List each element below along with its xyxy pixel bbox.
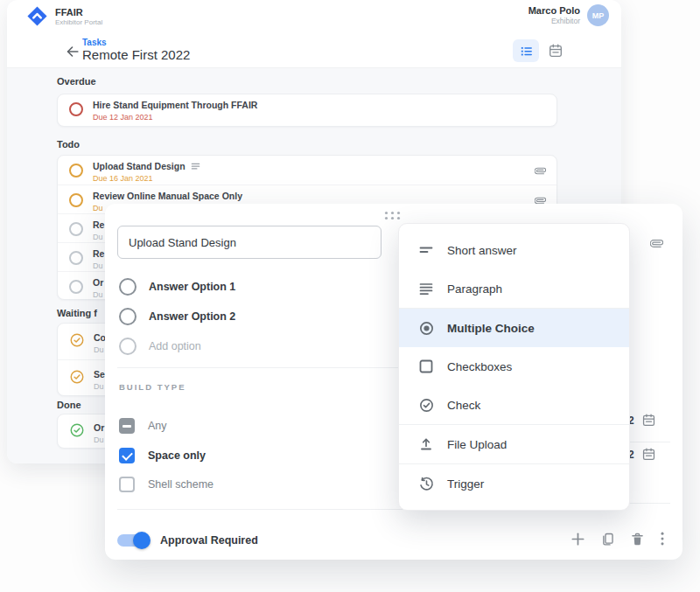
menu-item-label: Paragraph bbox=[447, 282, 502, 296]
checkbox-icon bbox=[418, 359, 434, 374]
back-button[interactable] bbox=[65, 44, 80, 59]
paperclip-icon[interactable] bbox=[535, 165, 546, 177]
brand-name: FFAIR bbox=[55, 7, 102, 17]
menu-item-label: File Upload bbox=[447, 438, 507, 451]
check-circle-icon bbox=[418, 397, 435, 414]
build-option-shell-scheme[interactable]: Shell scheme bbox=[119, 476, 214, 493]
notes-icon bbox=[191, 162, 200, 171]
build-option-space-only[interactable]: Space only bbox=[119, 447, 206, 464]
short-answer-icon bbox=[418, 242, 434, 258]
page-title: Remote First 2022 bbox=[82, 47, 190, 62]
checkbox-indeterminate-icon[interactable] bbox=[119, 418, 135, 434]
answer-option-label: Answer Option 2 bbox=[149, 310, 235, 323]
paragraph-icon bbox=[418, 281, 434, 296]
trash-icon[interactable] bbox=[630, 532, 645, 547]
drag-handle-icon[interactable] bbox=[383, 210, 402, 221]
status-ring-icon bbox=[69, 251, 83, 265]
menu-item-check[interactable]: Check bbox=[399, 386, 629, 424]
menu-item-label: Multiple Choice bbox=[447, 322, 535, 335]
status-ring-icon bbox=[69, 164, 83, 178]
user-name: Marco Polo bbox=[528, 5, 580, 16]
status-ring-icon bbox=[69, 280, 83, 294]
radio-icon[interactable] bbox=[119, 278, 136, 296]
add-option-label: Add option bbox=[149, 340, 201, 352]
list-view-icon bbox=[519, 44, 534, 59]
question-title-input[interactable] bbox=[117, 226, 382, 259]
status-ring-icon bbox=[69, 222, 83, 236]
task-title: Co bbox=[94, 332, 106, 343]
task-title: Re bbox=[93, 248, 104, 259]
task-row[interactable]: Upload Stand Design Due 16 Jan 2021 bbox=[58, 156, 556, 185]
radio-icon bbox=[119, 338, 136, 355]
answer-option-label: Answer Option 1 bbox=[149, 281, 235, 293]
task-title: Re bbox=[93, 219, 104, 230]
add-option-row[interactable]: Add option bbox=[119, 337, 201, 356]
task-row[interactable]: Hire Stand Equipment Through FFAIR Due 1… bbox=[58, 94, 556, 122]
add-question-icon[interactable] bbox=[570, 532, 585, 547]
task-title: Se bbox=[94, 369, 105, 380]
build-option-label: Any bbox=[148, 420, 167, 432]
task-due: Due 16 Jan 2021 bbox=[93, 174, 535, 183]
radio-selected-icon bbox=[418, 320, 435, 337]
duplicate-icon[interactable] bbox=[600, 532, 615, 547]
app-topbar: FFAIR Exhibitor Portal Marco Polo Exhibi… bbox=[7, 0, 621, 33]
calendar-icon[interactable] bbox=[641, 447, 656, 462]
user-menu[interactable]: Marco Polo Exhibitor MP bbox=[528, 4, 609, 26]
check-circle-icon bbox=[69, 369, 85, 385]
task-title: Upload Stand Design bbox=[93, 161, 186, 171]
menu-item-file-upload[interactable]: File Upload bbox=[399, 425, 629, 463]
menu-item-short-answer[interactable]: Short answer bbox=[399, 231, 629, 269]
task-title: Review Online Manual Space Only bbox=[93, 191, 242, 201]
check-circle-icon bbox=[69, 422, 85, 438]
date-field[interactable]: 2 bbox=[628, 447, 656, 462]
page-header: Tasks Remote First 2022 bbox=[7, 33, 621, 68]
check-circle-icon bbox=[69, 332, 85, 348]
calendar-icon bbox=[548, 43, 564, 59]
menu-item-paragraph[interactable]: Paragraph bbox=[399, 269, 629, 308]
task-due: Due 12 Jan 2021 bbox=[93, 113, 546, 122]
menu-item-label: Check bbox=[447, 399, 480, 412]
menu-item-label: Short answer bbox=[447, 244, 517, 257]
ffair-logo-icon bbox=[26, 5, 48, 27]
build-option-label: Space only bbox=[148, 449, 206, 462]
question-actions bbox=[570, 531, 665, 547]
avatar[interactable]: MP bbox=[587, 4, 609, 26]
checkbox-checked-icon[interactable] bbox=[119, 448, 135, 463]
radio-icon[interactable] bbox=[119, 308, 136, 325]
status-ring-icon bbox=[69, 193, 83, 207]
menu-item-label: Checkboxes bbox=[447, 360, 512, 373]
user-role: Exhibitor bbox=[528, 17, 580, 25]
desktop-background: FFAIR Exhibitor Portal Marco Polo Exhibi… bbox=[0, 0, 700, 592]
build-option-any[interactable]: Any bbox=[119, 417, 167, 435]
approval-required-row: Approval Required bbox=[117, 529, 258, 552]
menu-item-checkboxes[interactable]: Checkboxes bbox=[399, 347, 629, 386]
menu-item-label: Trigger bbox=[447, 477, 484, 491]
approval-toggle[interactable] bbox=[117, 534, 149, 547]
build-option-label: Shell scheme bbox=[148, 478, 214, 491]
brand: FFAIR Exhibitor Portal bbox=[26, 5, 102, 27]
history-clock-icon bbox=[418, 476, 435, 492]
checkbox-empty-icon[interactable] bbox=[119, 477, 135, 492]
kebab-menu-icon[interactable] bbox=[660, 531, 665, 547]
approval-label: Approval Required bbox=[160, 534, 258, 547]
section-label-done: Done bbox=[57, 400, 81, 410]
calendar-view-button[interactable] bbox=[542, 39, 569, 62]
answer-option-row[interactable]: Answer Option 2 bbox=[119, 307, 235, 326]
brand-subtitle: Exhibitor Portal bbox=[55, 18, 102, 26]
arrow-left-icon bbox=[65, 44, 80, 59]
breadcrumb-tasks[interactable]: Tasks bbox=[82, 38, 107, 47]
date-field[interactable]: 2 bbox=[628, 413, 656, 428]
calendar-icon[interactable] bbox=[641, 413, 656, 428]
menu-item-trigger[interactable]: Trigger bbox=[399, 464, 629, 503]
overdue-card: Hire Stand Equipment Through FFAIR Due 1… bbox=[57, 94, 557, 127]
menu-item-multiple-choice[interactable]: Multiple Choice bbox=[399, 309, 629, 347]
task-title: Hire Stand Equipment Through FFAIR bbox=[93, 100, 257, 110]
answer-option-row[interactable]: Answer Option 1 bbox=[119, 277, 235, 296]
task-title: Or bbox=[94, 422, 104, 433]
build-type-label: BUILD TYPE bbox=[119, 382, 186, 392]
paperclip-icon[interactable] bbox=[650, 237, 663, 250]
list-view-button[interactable] bbox=[513, 39, 539, 62]
question-type-menu: Short answer Paragraph Multiple Choice bbox=[398, 223, 630, 511]
task-title: Or bbox=[93, 277, 103, 288]
section-label-todo: Todo bbox=[57, 139, 80, 150]
